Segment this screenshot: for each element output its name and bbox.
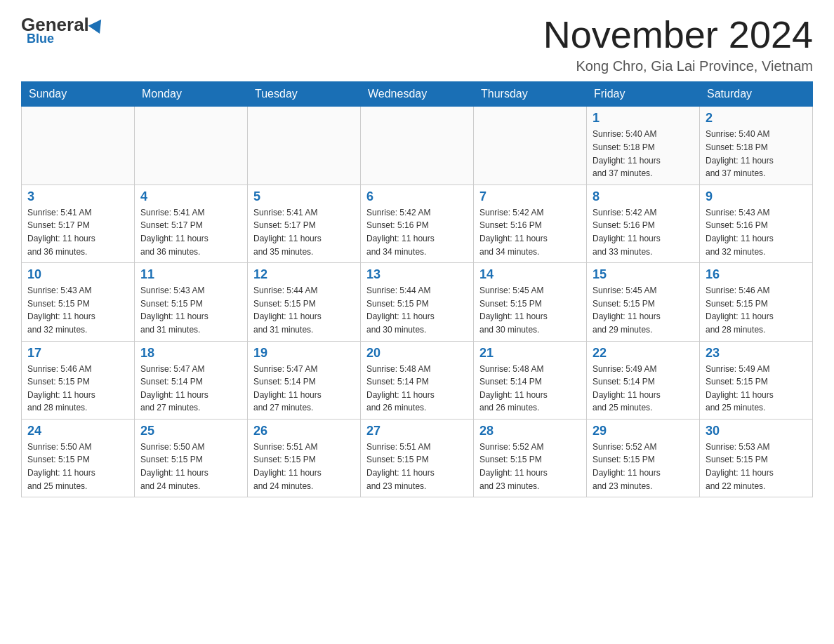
day-info: Sunrise: 5:40 AM Sunset: 5:18 PM Dayligh… <box>593 128 694 180</box>
day-info: Sunrise: 5:50 AM Sunset: 5:15 PM Dayligh… <box>140 441 241 492</box>
day-info: Sunrise: 5:41 AM Sunset: 5:17 PM Dayligh… <box>27 206 128 258</box>
calendar-cell: 22Sunrise: 5:49 AM Sunset: 5:14 PM Dayli… <box>587 341 700 419</box>
calendar-cell: 23Sunrise: 5:49 AM Sunset: 5:15 PM Dayli… <box>700 341 813 419</box>
day-number: 11 <box>140 267 241 282</box>
day-number: 13 <box>366 267 468 282</box>
logo-blue-text: Blue <box>27 32 54 46</box>
day-info: Sunrise: 5:49 AM Sunset: 5:15 PM Dayligh… <box>706 363 807 415</box>
calendar-col-tuesday: Tuesday <box>248 82 361 107</box>
day-info: Sunrise: 5:46 AM Sunset: 5:15 PM Dayligh… <box>706 284 807 336</box>
day-info: Sunrise: 5:52 AM Sunset: 5:15 PM Dayligh… <box>593 441 694 492</box>
calendar-cell: 24Sunrise: 5:50 AM Sunset: 5:15 PM Dayli… <box>22 419 135 497</box>
day-info: Sunrise: 5:44 AM Sunset: 5:15 PM Dayligh… <box>366 284 468 336</box>
day-number: 24 <box>27 424 128 438</box>
calendar-cell: 26Sunrise: 5:51 AM Sunset: 5:15 PM Dayli… <box>248 419 361 497</box>
day-info: Sunrise: 5:43 AM Sunset: 5:15 PM Dayligh… <box>27 284 128 336</box>
calendar-col-sunday: Sunday <box>22 82 135 107</box>
location-text: Kong Chro, Gia Lai Province, Vietnam <box>543 58 813 74</box>
day-info: Sunrise: 5:47 AM Sunset: 5:14 PM Dayligh… <box>140 363 241 415</box>
calendar-cell: 9Sunrise: 5:43 AM Sunset: 5:16 PM Daylig… <box>700 185 813 262</box>
day-info: Sunrise: 5:43 AM Sunset: 5:15 PM Dayligh… <box>140 284 241 336</box>
calendar-cell: 15Sunrise: 5:45 AM Sunset: 5:15 PM Dayli… <box>587 263 700 341</box>
day-info: Sunrise: 5:53 AM Sunset: 5:15 PM Dayligh… <box>706 441 807 492</box>
calendar-cell: 11Sunrise: 5:43 AM Sunset: 5:15 PM Dayli… <box>135 263 248 341</box>
calendar-cell: 20Sunrise: 5:48 AM Sunset: 5:14 PM Dayli… <box>361 341 474 419</box>
day-info: Sunrise: 5:41 AM Sunset: 5:17 PM Dayligh… <box>140 206 241 258</box>
calendar-cell: 4Sunrise: 5:41 AM Sunset: 5:17 PM Daylig… <box>135 185 248 262</box>
day-info: Sunrise: 5:40 AM Sunset: 5:18 PM Dayligh… <box>706 128 807 180</box>
calendar-cell: 25Sunrise: 5:50 AM Sunset: 5:15 PM Dayli… <box>135 419 248 497</box>
day-number: 14 <box>479 267 581 282</box>
day-info: Sunrise: 5:42 AM Sunset: 5:16 PM Dayligh… <box>593 206 694 258</box>
calendar-cell: 12Sunrise: 5:44 AM Sunset: 5:15 PM Dayli… <box>248 263 361 341</box>
day-info: Sunrise: 5:42 AM Sunset: 5:16 PM Dayligh… <box>479 206 581 258</box>
day-number: 16 <box>706 267 807 282</box>
page-header: General Blue November 2024 Kong Chro, Gi… <box>21 14 813 74</box>
calendar-header-row: SundayMondayTuesdayWednesdayThursdayFrid… <box>22 82 813 107</box>
calendar-col-wednesday: Wednesday <box>361 82 474 107</box>
day-info: Sunrise: 5:42 AM Sunset: 5:16 PM Dayligh… <box>366 206 468 258</box>
day-number: 21 <box>479 346 581 361</box>
day-number: 5 <box>253 189 355 204</box>
calendar-cell <box>361 107 474 185</box>
day-info: Sunrise: 5:41 AM Sunset: 5:17 PM Dayligh… <box>253 206 355 258</box>
day-info: Sunrise: 5:49 AM Sunset: 5:14 PM Dayligh… <box>593 363 694 415</box>
day-info: Sunrise: 5:46 AM Sunset: 5:15 PM Dayligh… <box>27 363 128 415</box>
calendar-cell: 21Sunrise: 5:48 AM Sunset: 5:14 PM Dayli… <box>474 341 587 419</box>
day-number: 29 <box>593 424 694 438</box>
day-number: 4 <box>140 189 241 204</box>
day-info: Sunrise: 5:51 AM Sunset: 5:15 PM Dayligh… <box>253 441 355 492</box>
calendar-cell: 17Sunrise: 5:46 AM Sunset: 5:15 PM Dayli… <box>22 341 135 419</box>
week-row-5: 24Sunrise: 5:50 AM Sunset: 5:15 PM Dayli… <box>22 419 813 497</box>
day-number: 12 <box>253 267 355 282</box>
day-number: 22 <box>593 346 694 361</box>
day-number: 6 <box>366 189 468 204</box>
day-info: Sunrise: 5:44 AM Sunset: 5:15 PM Dayligh… <box>253 284 355 336</box>
calendar-cell: 28Sunrise: 5:52 AM Sunset: 5:15 PM Dayli… <box>474 419 587 497</box>
week-row-2: 3Sunrise: 5:41 AM Sunset: 5:17 PM Daylig… <box>22 185 813 262</box>
day-info: Sunrise: 5:45 AM Sunset: 5:15 PM Dayligh… <box>593 284 694 336</box>
day-number: 15 <box>593 267 694 282</box>
day-number: 10 <box>27 267 128 282</box>
calendar-cell: 19Sunrise: 5:47 AM Sunset: 5:14 PM Dayli… <box>248 341 361 419</box>
calendar-cell <box>248 107 361 185</box>
calendar-cell: 30Sunrise: 5:53 AM Sunset: 5:15 PM Dayli… <box>700 419 813 497</box>
calendar-cell: 3Sunrise: 5:41 AM Sunset: 5:17 PM Daylig… <box>22 185 135 262</box>
day-number: 19 <box>253 346 355 361</box>
calendar-cell: 2Sunrise: 5:40 AM Sunset: 5:18 PM Daylig… <box>700 107 813 185</box>
day-info: Sunrise: 5:51 AM Sunset: 5:15 PM Dayligh… <box>366 441 468 492</box>
title-section: November 2024 Kong Chro, Gia Lai Provinc… <box>543 14 813 74</box>
logo-triangle-icon <box>88 15 107 33</box>
week-row-3: 10Sunrise: 5:43 AM Sunset: 5:15 PM Dayli… <box>22 263 813 341</box>
day-number: 1 <box>593 111 694 126</box>
day-info: Sunrise: 5:47 AM Sunset: 5:14 PM Dayligh… <box>253 363 355 415</box>
calendar-cell: 18Sunrise: 5:47 AM Sunset: 5:14 PM Dayli… <box>135 341 248 419</box>
calendar-table: SundayMondayTuesdayWednesdayThursdayFrid… <box>21 81 813 497</box>
day-number: 23 <box>706 346 807 361</box>
calendar-cell: 5Sunrise: 5:41 AM Sunset: 5:17 PM Daylig… <box>248 185 361 262</box>
day-number: 8 <box>593 189 694 204</box>
calendar-col-friday: Friday <box>587 82 700 107</box>
day-info: Sunrise: 5:48 AM Sunset: 5:14 PM Dayligh… <box>479 363 581 415</box>
calendar-cell: 8Sunrise: 5:42 AM Sunset: 5:16 PM Daylig… <box>587 185 700 262</box>
calendar-cell: 1Sunrise: 5:40 AM Sunset: 5:18 PM Daylig… <box>587 107 700 185</box>
calendar-cell: 10Sunrise: 5:43 AM Sunset: 5:15 PM Dayli… <box>22 263 135 341</box>
day-number: 27 <box>366 424 468 438</box>
day-number: 7 <box>479 189 581 204</box>
day-number: 2 <box>706 111 807 126</box>
logo: General Blue <box>21 14 105 46</box>
calendar-cell: 13Sunrise: 5:44 AM Sunset: 5:15 PM Dayli… <box>361 263 474 341</box>
day-info: Sunrise: 5:52 AM Sunset: 5:15 PM Dayligh… <box>479 441 581 492</box>
calendar-col-monday: Monday <box>135 82 248 107</box>
day-info: Sunrise: 5:43 AM Sunset: 5:16 PM Dayligh… <box>706 206 807 258</box>
calendar-cell: 7Sunrise: 5:42 AM Sunset: 5:16 PM Daylig… <box>474 185 587 262</box>
week-row-4: 17Sunrise: 5:46 AM Sunset: 5:15 PM Dayli… <box>22 341 813 419</box>
day-number: 20 <box>366 346 468 361</box>
week-row-1: 1Sunrise: 5:40 AM Sunset: 5:18 PM Daylig… <box>22 107 813 185</box>
calendar-cell <box>22 107 135 185</box>
calendar-cell: 29Sunrise: 5:52 AM Sunset: 5:15 PM Dayli… <box>587 419 700 497</box>
day-number: 3 <box>27 189 128 204</box>
calendar-cell: 27Sunrise: 5:51 AM Sunset: 5:15 PM Dayli… <box>361 419 474 497</box>
day-number: 30 <box>706 424 807 438</box>
day-info: Sunrise: 5:45 AM Sunset: 5:15 PM Dayligh… <box>479 284 581 336</box>
